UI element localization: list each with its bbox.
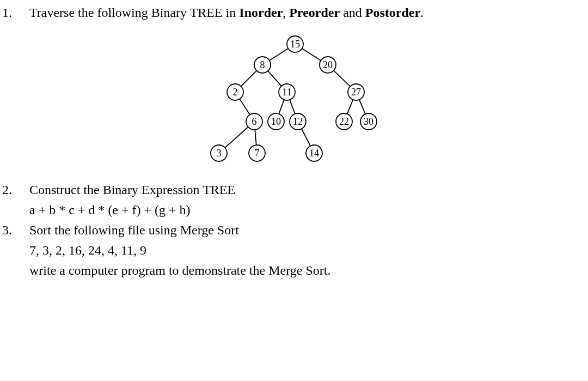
q2-line-1: Construct the Binary Expression TREE <box>29 183 577 197</box>
tree-edge <box>255 130 256 145</box>
tree-edge <box>270 49 289 61</box>
svg-text:15: 15 <box>290 39 300 50</box>
tree-edge <box>347 100 353 114</box>
tree-svg: 15820211276101222303714 <box>186 33 393 164</box>
question-1-number: 1. <box>0 5 29 177</box>
tree-node-11: 11 <box>279 84 295 100</box>
question-2-body: Construct the Binary Expression TREE a +… <box>29 183 577 217</box>
q3-line-3: write a computer program to demonstrate … <box>29 263 577 278</box>
svg-text:2: 2 <box>233 87 238 98</box>
tree-edge <box>241 71 257 87</box>
svg-text:8: 8 <box>260 59 265 70</box>
svg-text:12: 12 <box>293 116 303 127</box>
question-1: 1. Traverse the following Binary TREE in… <box>0 5 577 177</box>
tree-node-3: 3 <box>211 145 227 161</box>
q1-text-a: Traverse the following Binary TREE in <box>29 5 239 20</box>
q2-line-2: a + b * c + d * (e + f) + (g + h) <box>29 203 577 217</box>
question-2: 2. Construct the Binary Expression TREE … <box>0 183 577 217</box>
question-3: 3. Sort the following file using Merge S… <box>0 223 577 278</box>
svg-text:3: 3 <box>217 148 222 159</box>
svg-text:14: 14 <box>309 148 319 159</box>
q1-text-c: , <box>283 5 289 20</box>
q1-text-g: . <box>420 5 424 20</box>
tree-edge <box>302 49 321 61</box>
tree-node-14: 14 <box>306 145 322 161</box>
q1-text-f: Postorder <box>365 5 420 20</box>
tree-edge <box>290 100 295 114</box>
tree-edge <box>359 100 365 114</box>
svg-text:10: 10 <box>271 116 281 127</box>
tree-node-6: 6 <box>246 113 262 130</box>
svg-text:11: 11 <box>282 87 291 98</box>
svg-text:22: 22 <box>339 116 349 127</box>
question-list: 1. Traverse the following Binary TREE in… <box>0 5 577 278</box>
tree-node-22: 22 <box>336 113 352 130</box>
svg-text:27: 27 <box>351 87 361 98</box>
svg-text:20: 20 <box>323 59 333 70</box>
q3-line-1: Sort the following file using Merge Sort <box>29 223 577 238</box>
tree-edge <box>225 127 248 148</box>
question-1-body: Traverse the following Binary TREE in In… <box>29 5 577 177</box>
q3-line-2: 7, 3, 2, 16, 24, 4, 11, 9 <box>29 243 577 258</box>
question-2-number: 2. <box>0 183 29 217</box>
tree-node-7: 7 <box>249 145 265 161</box>
tree-node-12: 12 <box>290 113 306 130</box>
binary-tree-diagram: 15820211276101222303714 <box>29 33 577 164</box>
question-3-body: Sort the following file using Merge Sort… <box>29 223 577 278</box>
tree-node-10: 10 <box>268 113 284 130</box>
q1-text-b: Inorder <box>239 5 283 20</box>
tree-node-27: 27 <box>348 84 364 100</box>
tree-node-30: 30 <box>360 113 377 130</box>
svg-text:30: 30 <box>364 116 373 127</box>
q1-text-e: and <box>340 5 365 20</box>
tree-node-8: 8 <box>254 57 271 73</box>
tree-node-15: 15 <box>287 36 303 52</box>
svg-text:7: 7 <box>255 148 260 159</box>
tree-edge <box>279 100 284 114</box>
question-3-number: 3. <box>0 223 29 278</box>
tree-edge <box>302 129 310 146</box>
tree-node-2: 2 <box>227 84 243 100</box>
q1-text-d: Preorder <box>289 5 340 20</box>
tree-edge <box>334 70 350 86</box>
tree-node-20: 20 <box>320 57 336 73</box>
tree-edge <box>268 71 281 86</box>
svg-text:6: 6 <box>252 116 257 127</box>
tree-edge <box>240 99 250 115</box>
